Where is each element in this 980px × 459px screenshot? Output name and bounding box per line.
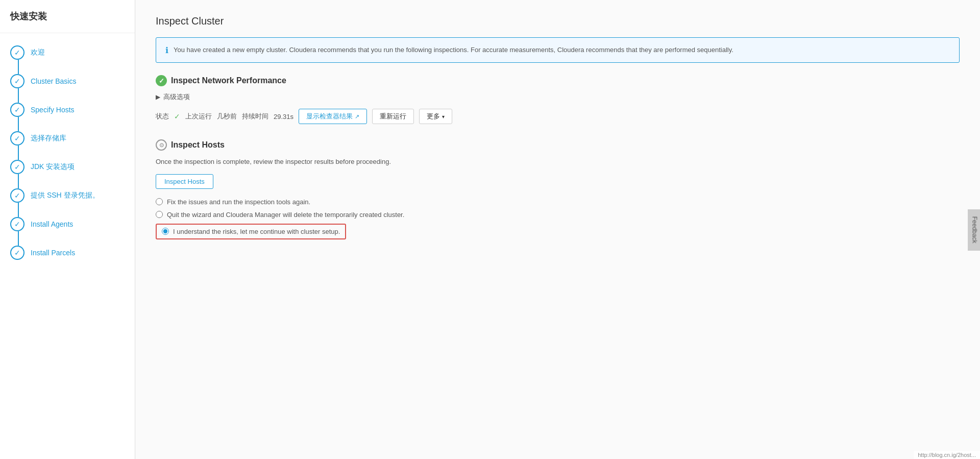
sidebar-item-label-ssh-credentials: 提供 SSH 登录凭据。 <box>31 191 100 200</box>
inspect-hosts-title: ⊙ Inspect Hosts <box>156 139 960 151</box>
sidebar-item-label-specify-hosts: Specify Hosts <box>31 106 75 114</box>
last-run-value: 几秒前 <box>217 112 237 121</box>
show-results-button[interactable]: 显示检查器结果 ↗ <box>299 109 367 124</box>
inspect-hosts-description: Once the inspection is complete, review … <box>156 157 960 167</box>
radio-quit-wizard[interactable]: Quit the wizard and Cloudera Manager wil… <box>156 211 960 219</box>
radio-continue-setup-label: I understand the risks, let me continue … <box>173 228 340 235</box>
main-content: Inspect Cluster ℹ You have created a new… <box>135 0 980 459</box>
radio-fix-issues-input[interactable] <box>156 198 163 205</box>
duration-label: 持续时间 <box>242 112 268 121</box>
sidebar-check-icon-ssh-credentials: ✓ <box>10 188 24 203</box>
sidebar-check-icon-specify-hosts: ✓ <box>10 103 24 117</box>
last-run-label: 上次运行 <box>185 112 212 121</box>
inspect-network-success-icon: ✓ <box>156 75 167 86</box>
info-icon: ℹ <box>165 45 168 55</box>
external-link-icon: ↗ <box>355 113 359 120</box>
sidebar-item-label-select-storage: 选择存储库 <box>31 134 66 143</box>
sidebar-check-icon-install-agents: ✓ <box>10 217 24 231</box>
status-bar: 状态 ✓ 上次运行 几秒前 持续时间 29.31s 显示检查器结果 ↗ 重新运行… <box>156 109 960 124</box>
more-label: 更多 <box>427 112 440 121</box>
radio-options-group: Fix the issues and run the inspection to… <box>156 198 960 239</box>
rerun-label: 重新运行 <box>380 112 406 121</box>
inspect-network-section: ✓ Inspect Network Performance ▶ 高级选项 状态 … <box>156 75 960 124</box>
sidebar-item-label-jdk-install: JDK 安装选项 <box>31 162 75 172</box>
feedback-tab[interactable]: Feedback <box>968 209 980 250</box>
sidebar-check-icon-jdk-install: ✓ <box>10 160 24 174</box>
page-title: Inspect Cluster <box>156 15 960 27</box>
url-bar: http://blog.cn.ig/2host... <box>914 451 980 459</box>
sidebar-item-ssh-credentials[interactable]: ✓ 提供 SSH 登录凭据。 <box>0 181 135 210</box>
sidebar-item-jdk-install[interactable]: ✓ JDK 安装选项 <box>0 153 135 181</box>
sidebar-item-label-install-parcels: Install Parcels <box>31 249 75 257</box>
inspect-hosts-section: ⊙ Inspect Hosts Once the inspection is c… <box>156 139 960 239</box>
sidebar-item-label-cluster-basics: Cluster Basics <box>31 77 76 85</box>
sidebar-check-icon-install-parcels: ✓ <box>10 246 24 260</box>
inspect-hosts-title-text: Inspect Hosts <box>171 140 225 150</box>
radio-quit-wizard-input[interactable] <box>156 211 163 218</box>
inspect-hosts-pending-icon: ⊙ <box>156 139 167 151</box>
radio-fix-issues-label: Fix the issues and run the inspection to… <box>167 198 310 206</box>
inspect-hosts-btn-label: Inspect Hosts <box>164 178 205 185</box>
radio-continue-setup-selected-box: I understand the risks, let me continue … <box>156 224 346 239</box>
info-text: You have created a new empty cluster. Cl… <box>174 45 733 55</box>
dropdown-arrow-icon: ▾ <box>442 114 445 119</box>
status-check-icon: ✓ <box>174 112 180 120</box>
radio-continue-setup[interactable]: I understand the risks, let me continue … <box>156 224 960 239</box>
radio-fix-issues[interactable]: Fix the issues and run the inspection to… <box>156 198 960 206</box>
radio-continue-setup-input[interactable] <box>162 228 169 235</box>
advanced-options[interactable]: ▶ 高级选项 <box>156 92 960 102</box>
rerun-button[interactable]: 重新运行 <box>372 109 414 124</box>
sidebar-item-welcome[interactable]: ✓ 欢迎 <box>0 38 135 67</box>
sidebar-item-install-agents[interactable]: ✓ Install Agents <box>0 210 135 238</box>
radio-quit-wizard-label: Quit the wizard and Cloudera Manager wil… <box>167 211 404 219</box>
sidebar-item-label-install-agents: Install Agents <box>31 220 73 228</box>
advanced-options-label: 高级选项 <box>163 92 190 102</box>
status-label: 状态 <box>156 112 169 121</box>
inspect-network-title: ✓ Inspect Network Performance <box>156 75 960 86</box>
more-button[interactable]: 更多 ▾ <box>419 109 452 124</box>
info-box: ℹ You have created a new empty cluster. … <box>156 37 960 63</box>
sidebar-header: 快速安装 <box>0 5 135 33</box>
sidebar-item-cluster-basics[interactable]: ✓ Cluster Basics <box>0 67 135 95</box>
sidebar-check-icon-select-storage: ✓ <box>10 131 24 146</box>
sidebar-item-label-welcome: 欢迎 <box>31 48 45 57</box>
inspect-network-title-text: Inspect Network Performance <box>171 76 286 85</box>
inspect-hosts-button[interactable]: Inspect Hosts <box>156 174 213 189</box>
sidebar-check-icon-cluster-basics: ✓ <box>10 74 24 88</box>
sidebar-item-specify-hosts[interactable]: ✓ Specify Hosts <box>0 95 135 124</box>
sidebar-item-select-storage[interactable]: ✓ 选择存储库 <box>0 124 135 153</box>
show-results-label: 显示检查器结果 <box>306 112 353 121</box>
sidebar-check-icon-welcome: ✓ <box>10 45 24 60</box>
sidebar-item-install-parcels[interactable]: ✓ Install Parcels <box>0 238 135 267</box>
duration-value: 29.31s <box>274 113 293 120</box>
chevron-right-icon: ▶ <box>156 93 160 101</box>
sidebar: 快速安装 ✓ 欢迎 ✓ Cluster Basics ✓ Specify Hos… <box>0 0 135 459</box>
